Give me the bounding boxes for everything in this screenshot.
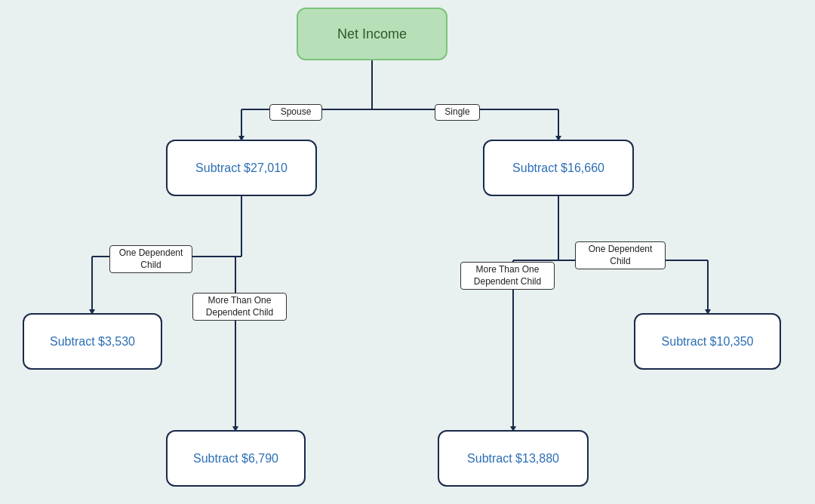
- node-s2-left: Subtract $13,880: [438, 430, 589, 487]
- node-root: Net Income: [297, 8, 447, 60]
- node-s1-right: Subtract $6,790: [166, 430, 306, 487]
- node-spouse: Subtract $27,010: [166, 140, 317, 196]
- node-single: Subtract $16,660: [483, 140, 634, 196]
- edge-label-single: Single: [435, 104, 480, 121]
- edge-label-one-dep-left: One DependentChild: [109, 245, 192, 273]
- edge-label-one-dep-right: One DependentChild: [575, 241, 666, 269]
- tree-container: Net Income Spouse Single Subtract $27,01…: [0, 0, 815, 504]
- edge-label-more-dep-right: More Than OneDependent Child: [460, 262, 555, 290]
- edge-label-more-dep-left: More Than OneDependent Child: [192, 293, 287, 321]
- edge-label-spouse: Spouse: [269, 104, 322, 121]
- node-s1-left: Subtract $3,530: [23, 313, 162, 370]
- node-s2-right: Subtract $10,350: [634, 313, 781, 370]
